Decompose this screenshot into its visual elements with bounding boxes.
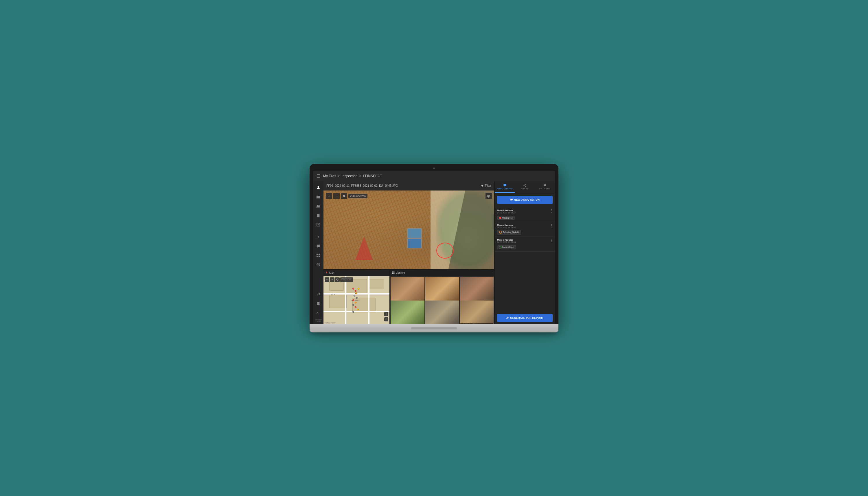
- svg-point-2: [318, 205, 319, 206]
- annotation-3-author: Marco Kreuzer: [497, 238, 553, 241]
- breadcrumb-root[interactable]: My Files: [323, 174, 336, 178]
- thumb-inner-1: [391, 277, 424, 302]
- generate-pdf-button[interactable]: GENERATE PDF REPORT: [497, 314, 553, 322]
- sidebar-icon-rss[interactable]: [314, 233, 322, 241]
- sidebar-icon-checklist[interactable]: [314, 221, 322, 229]
- map-fullscreen-button[interactable]: ⤢: [384, 317, 388, 321]
- new-annotation-button[interactable]: NEW ANNOTATION: [497, 196, 553, 204]
- breadcrumb-ffinspect[interactable]: FFINSPECT: [363, 174, 382, 178]
- skylight-1: [407, 228, 422, 238]
- annotation-3-tag[interactable]: Loose Object: [497, 245, 516, 249]
- hamburger-icon[interactable]: ☰: [317, 174, 320, 179]
- camera-dot: [433, 167, 435, 169]
- sidebar-icon-export[interactable]: [314, 290, 322, 298]
- zoom-in-button[interactable]: +: [326, 193, 332, 199]
- annotation-item-1[interactable]: ⋮ Marco Kreuzer 14.02.2022 18:29:27 Miss…: [495, 207, 555, 222]
- screen: ☰ My Files > Inspection > FFINSPECT: [313, 171, 555, 324]
- share-tab-icon: [523, 184, 527, 187]
- map-dot-9: [352, 304, 354, 306]
- right-panel: ANNOTATIONS SHARE SETTINGS: [494, 181, 555, 324]
- settings-tab-icon: [543, 184, 547, 187]
- thumbnail-6[interactable]: FF99_2022-02-11_FF885...: [460, 300, 494, 324]
- breadcrumb-sep2: >: [359, 174, 361, 178]
- map-dot-7: [352, 299, 354, 301]
- svg-point-28: [499, 231, 502, 233]
- sidebar-icon-user[interactable]: [314, 184, 322, 192]
- filter-button[interactable]: Filter: [481, 184, 491, 187]
- tab-settings-label: SETTINGS: [539, 188, 551, 190]
- svg-point-13: [317, 263, 320, 266]
- annotations-list: ⋮ Marco Kreuzer 14.02.2022 18:29:27 Miss…: [495, 206, 555, 312]
- top-bar: ☰ My Files > Inspection > FFINSPECT: [313, 171, 555, 181]
- tab-settings[interactable]: SETTINGS: [535, 181, 555, 193]
- tab-share[interactable]: SHARE: [515, 181, 535, 193]
- move-button[interactable]: ⊕: [485, 193, 492, 199]
- map-reset-label[interactable]: Zurücksetzen: [340, 277, 353, 282]
- map-dot-8: [355, 302, 356, 304]
- map-panel-title: Map: [329, 272, 335, 275]
- svg-point-14: [318, 264, 319, 265]
- map-expand-button[interactable]: +: [384, 312, 388, 316]
- laptop-foot: [310, 329, 558, 332]
- map-road-v1: [345, 276, 346, 324]
- breadcrumb: My Files > Inspection > FFINSPECT: [323, 174, 382, 178]
- annotation-2-menu[interactable]: ⋮: [550, 224, 553, 227]
- map-block-3: [370, 279, 384, 289]
- map-dot-12: [352, 311, 354, 313]
- thumbnail-2[interactable]: [425, 277, 459, 302]
- svg-rect-3: [317, 214, 320, 217]
- svg-rect-18: [392, 273, 393, 274]
- svg-rect-10: [319, 253, 320, 255]
- annotation-3-menu[interactable]: ⋮: [550, 238, 553, 242]
- sidebar-icon-target[interactable]: [314, 261, 322, 269]
- annotation-1-menu[interactable]: ⋮: [550, 209, 553, 213]
- thumbnail-3[interactable]: [460, 277, 494, 302]
- map-reset-button[interactable]: [335, 277, 340, 282]
- tab-share-label: SHARE: [521, 188, 529, 190]
- annotation-2-tag[interactable]: Defective Skylight: [497, 230, 521, 234]
- sidebar-icon-people[interactable]: [314, 202, 322, 210]
- annotation-item-2[interactable]: ⋮ Marco Kreuzer 14.02.2022 18:29:44 Defe…: [495, 222, 555, 237]
- map-background: Rua de... Hotel & ann...: [323, 276, 389, 324]
- map-pin-icon: 📍: [325, 272, 328, 274]
- sidebar-icon-folder[interactable]: [314, 193, 322, 201]
- reset-icon-button[interactable]: [341, 193, 347, 199]
- annotation-1-tag-label: Missing Tile: [502, 217, 513, 219]
- sidebar-icon-chat[interactable]: [314, 242, 322, 250]
- zoom-out-button[interactable]: −: [333, 193, 340, 199]
- annotation-3-tag-label: Loose Object: [502, 246, 514, 248]
- svg-point-20: [525, 184, 526, 185]
- aerial-image: [323, 190, 494, 269]
- filter-label: Filter: [485, 184, 491, 187]
- content-panel: Content −: [390, 270, 494, 324]
- scrollbar-thumb[interactable]: [493, 214, 494, 230]
- reset-label[interactable]: Zurücksetzen: [348, 194, 368, 198]
- map-dot-4: [358, 288, 359, 290]
- tab-annotations[interactable]: ANNOTATIONS: [495, 181, 515, 193]
- content-area: FF99_2022-02-11_FF8853_2021-09-02_DJI_04…: [323, 181, 494, 324]
- sidebar-icon-settings[interactable]: [314, 299, 322, 308]
- annotation-1-date: 14.02.2022 18:29:27: [497, 212, 553, 214]
- map-zoom-in-button[interactable]: +: [325, 277, 329, 282]
- svg-rect-11: [317, 255, 318, 257]
- svg-line-24: [524, 186, 525, 186]
- annotation-1-tag[interactable]: Missing Tile: [497, 216, 515, 220]
- content-panel-minimize[interactable]: −: [491, 271, 493, 275]
- sidebar-icon-translate[interactable]: A: [314, 309, 322, 317]
- annotation-2-tag-label: Defective Skylight: [503, 231, 519, 233]
- thumbnail-5[interactable]: [425, 300, 459, 324]
- thumbnail-1[interactable]: [391, 277, 424, 302]
- sidebar-icon-grid[interactable]: [314, 251, 322, 260]
- annotation-2-dot: [499, 231, 502, 234]
- thumb-inner-4: [391, 300, 424, 324]
- map-dot-3: [355, 292, 357, 294]
- map-zoom-out-button[interactable]: −: [330, 277, 335, 282]
- screen-bezel: ☰ My Files > Inspection > FFINSPECT: [310, 164, 558, 324]
- annotation-item-3[interactable]: ⋮ Marco Kreuzer 14.02.2022 18:30:03 Loos…: [495, 237, 555, 252]
- svg-rect-4: [318, 213, 319, 214]
- thumbnail-4[interactable]: [391, 300, 424, 324]
- breadcrumb-inspection[interactable]: Inspection: [342, 174, 358, 178]
- sidebar-icon-clipboard[interactable]: [314, 211, 322, 219]
- image-viewer[interactable]: + − Zurücksetzen ⊕: [323, 190, 494, 269]
- annotation-2-author: Marco Kreuzer: [497, 224, 553, 227]
